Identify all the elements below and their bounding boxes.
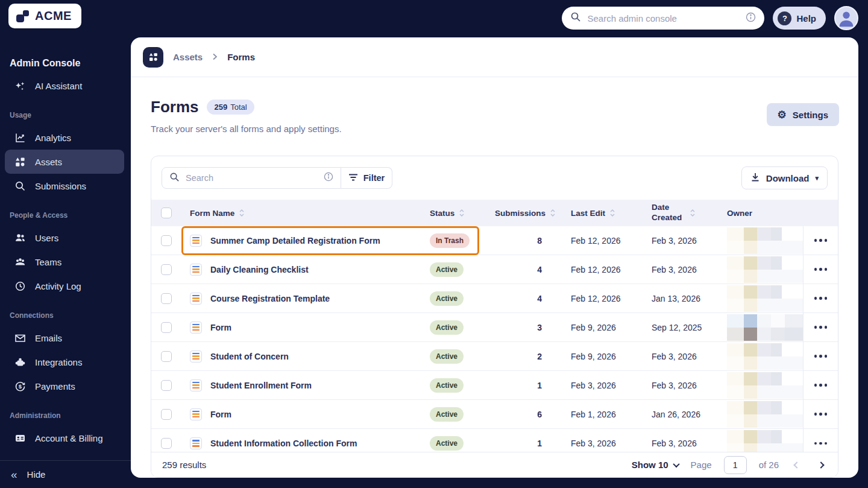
last-edit-value: Feb 3, 2026 <box>561 381 643 390</box>
form-name[interactable]: Daily Cleaning Checklist <box>210 265 309 274</box>
row-actions-menu-icon[interactable] <box>811 439 831 449</box>
row-checkbox[interactable] <box>161 293 172 304</box>
submissions-value: 2 <box>489 352 561 361</box>
row-checkbox[interactable] <box>161 351 172 362</box>
sort-icon[interactable] <box>239 209 245 217</box>
previous-page-button[interactable] <box>791 459 803 471</box>
settings-button[interactable]: ⚙ Settings <box>767 103 839 126</box>
filter-lines-icon <box>348 173 358 183</box>
sidebar-item-analytics[interactable]: Analytics <box>5 125 124 150</box>
status-badge: Active <box>430 262 464 277</box>
column-header-date-created[interactable]: Date Created <box>652 203 685 223</box>
chevron-right-icon <box>817 461 824 468</box>
filter-button[interactable]: Filter <box>341 167 392 189</box>
page-title: Forms <box>151 98 198 116</box>
download-label: Download <box>766 173 810 183</box>
sidebar-item-assets[interactable]: Assets <box>5 150 124 174</box>
row-checkbox[interactable] <box>161 409 172 420</box>
sidebar: Admin Console AI Assistant Usage Analyti… <box>0 37 131 488</box>
id-card-icon <box>14 433 26 444</box>
user-avatar[interactable] <box>834 6 858 30</box>
column-header-owner[interactable]: Owner <box>727 209 752 218</box>
owner-redacted <box>727 227 803 254</box>
column-header-status[interactable]: Status <box>430 209 454 218</box>
row-actions-menu-icon[interactable] <box>811 264 831 274</box>
form-name[interactable]: Summer Camp Detailed Registration Form <box>210 236 380 246</box>
row-actions-menu-icon[interactable] <box>811 322 831 332</box>
search-icon <box>14 180 26 192</box>
page-number-input[interactable] <box>724 456 747 474</box>
last-edit-value: Feb 9, 2026 <box>561 323 643 332</box>
collapse-chevrons-icon: « <box>11 469 17 480</box>
breadcrumb-assets-link[interactable]: Assets <box>173 52 203 62</box>
chevron-right-icon <box>212 52 218 62</box>
row-actions-menu-icon[interactable] <box>811 293 831 303</box>
sort-icon[interactable] <box>609 209 615 217</box>
table-search-input[interactable] <box>186 173 318 183</box>
sidebar-item-users[interactable]: Users <box>5 226 124 250</box>
sidebar-item-submissions[interactable]: Submissions <box>5 174 124 198</box>
page-size-select[interactable]: Show 10 <box>632 460 679 470</box>
row-checkbox[interactable] <box>161 235 172 246</box>
sidebar-item-teams[interactable]: Teams <box>5 250 124 274</box>
form-name[interactable]: Student Information Collection Form <box>210 439 357 448</box>
row-actions-menu-icon[interactable] <box>811 380 831 390</box>
total-count-badge: 259 Total <box>207 100 254 115</box>
page-header: Forms 259 Total Track your server's all … <box>131 77 858 156</box>
row-checkbox[interactable] <box>161 264 172 275</box>
column-header-form-name[interactable]: Form Name <box>190 209 234 218</box>
acme-logo[interactable]: ACME <box>8 4 81 28</box>
owner-redacted <box>727 285 803 312</box>
sidebar-item-integrations[interactable]: Integrations <box>5 350 124 374</box>
form-name[interactable]: Student of Concern <box>210 352 289 361</box>
table-search-box[interactable] <box>162 167 341 189</box>
download-button[interactable]: Download ▾ <box>741 166 828 189</box>
form-name[interactable]: Form <box>210 410 231 419</box>
form-name[interactable]: Course Registration Template <box>210 294 330 303</box>
sidebar-item-emails[interactable]: Emails <box>5 326 124 350</box>
sidebar-item-account-billing[interactable]: Account & Billing <box>5 426 124 450</box>
row-actions-menu-icon[interactable] <box>811 351 831 361</box>
admin-search-input[interactable] <box>587 13 740 24</box>
column-header-submissions[interactable]: Submissions <box>495 209 546 218</box>
acme-logo-icon <box>16 9 30 24</box>
form-name[interactable]: Form <box>210 323 231 332</box>
table-row: Course Registration Template Active 4 Fe… <box>151 284 838 313</box>
row-checkbox[interactable] <box>161 380 172 391</box>
sidebar-item-label: Teams <box>35 257 61 267</box>
sidebar-item-activity-log[interactable]: Activity Log <box>5 274 124 298</box>
sidebar-item-label: Payments <box>35 381 75 391</box>
analytics-chart-icon <box>14 132 26 144</box>
sort-icon[interactable] <box>459 209 465 217</box>
teams-icon <box>14 256 26 268</box>
sidebar-item-payments[interactable]: $ Payments <box>5 374 124 398</box>
form-name[interactable]: Student Enrollment Form <box>210 381 312 390</box>
help-button[interactable]: ? Help <box>773 7 826 30</box>
sort-icon[interactable] <box>690 209 696 217</box>
info-icon[interactable] <box>746 12 756 25</box>
submissions-value: 1 <box>489 439 561 448</box>
breadcrumb-current: Forms <box>227 52 255 62</box>
next-page-button[interactable] <box>815 459 827 471</box>
row-checkbox[interactable] <box>161 322 172 333</box>
clock-history-icon <box>14 280 26 292</box>
select-all-checkbox[interactable] <box>161 208 172 218</box>
sidebar-collapse-button[interactable]: « Hide <box>0 460 131 488</box>
topbar: ACME ? Help <box>0 0 868 37</box>
submissions-value: 1 <box>489 381 561 390</box>
download-icon <box>750 172 760 184</box>
info-icon[interactable] <box>324 172 333 184</box>
column-header-last-edit[interactable]: Last Edit <box>571 209 605 218</box>
table-row: Summer Camp Detailed Registration Form I… <box>151 226 838 255</box>
sidebar-item-ai-assistant[interactable]: AI Assistant <box>5 74 124 98</box>
submissions-value: 8 <box>489 236 561 246</box>
row-checkbox[interactable] <box>161 438 172 449</box>
row-actions-menu-icon[interactable] <box>811 235 831 246</box>
last-edit-value: Feb 9, 2026 <box>561 352 643 361</box>
admin-search-box[interactable] <box>562 7 764 30</box>
sort-icon[interactable] <box>550 209 556 217</box>
table-header-row: Form Name Status Submissions Last Edit D… <box>151 200 838 226</box>
form-document-icon <box>190 264 202 276</box>
row-actions-menu-icon[interactable] <box>811 409 831 419</box>
form-document-icon <box>190 379 202 391</box>
